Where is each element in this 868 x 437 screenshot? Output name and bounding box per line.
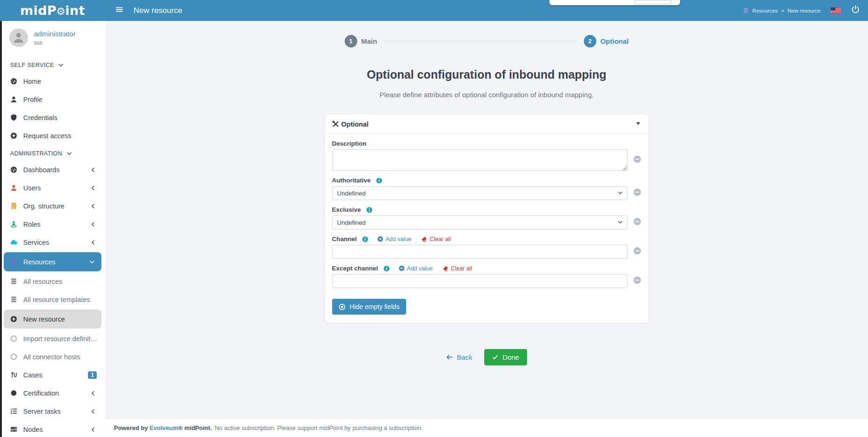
info-icon[interactable] bbox=[376, 177, 382, 184]
done-button[interactable]: Done bbox=[484, 349, 527, 365]
add-value-link[interactable]: Add value bbox=[399, 265, 433, 272]
chevron-left-icon bbox=[90, 390, 96, 396]
page-header-title: New resource bbox=[134, 6, 182, 15]
sidebar-item-all-resources[interactable]: All resources bbox=[0, 272, 105, 290]
sidebar-item-credentials[interactable]: Credentials bbox=[0, 108, 105, 127]
user-name-link[interactable]: administrator bbox=[34, 30, 76, 38]
sidebar-item-import-resource-definit[interactable]: Import resource definit… bbox=[0, 329, 105, 348]
sidebar-item-cases[interactable]: Cases1 bbox=[0, 366, 105, 384]
avatar bbox=[9, 28, 28, 47]
sidebar-item-dashboards[interactable]: Dashboards bbox=[0, 161, 105, 179]
sidebar: administrator sss SELF SERVICEHomeProfil… bbox=[0, 21, 105, 437]
card-header: Optional bbox=[325, 114, 648, 134]
clear-all-link[interactable]: Clear all bbox=[442, 265, 472, 272]
sidebar-item-new-resource[interactable]: New resource bbox=[4, 309, 101, 329]
eraser-icon bbox=[421, 236, 427, 242]
add-value-link[interactable]: Add value bbox=[377, 236, 412, 242]
channel-input[interactable] bbox=[332, 245, 628, 259]
hide-empty-fields-button[interactable]: Hide empty fields bbox=[332, 299, 406, 315]
back-button[interactable]: Back bbox=[446, 353, 472, 361]
step-label: Main bbox=[361, 37, 377, 45]
field-authoritative: Authoritative Undefined bbox=[332, 177, 641, 200]
sidebar-item-label: Cases bbox=[23, 371, 82, 379]
breadcrumb-separator: > bbox=[781, 8, 784, 13]
sidebar-item-org-structure[interactable]: Org. structure bbox=[0, 197, 105, 215]
sidebar-item-label: Certification bbox=[23, 390, 84, 397]
clear-all-link[interactable]: Clear all bbox=[421, 236, 451, 242]
sidebar-item-label: New resource bbox=[23, 316, 96, 323]
language-flag-us-icon[interactable] bbox=[831, 7, 841, 13]
remove-value-icon[interactable] bbox=[633, 217, 641, 228]
user-panel: administrator sss bbox=[0, 21, 105, 54]
wizard-step-main[interactable]: 1 Main bbox=[345, 35, 377, 47]
sidebar-item-label: Request access bbox=[23, 132, 97, 140]
breadcrumb-new-resource[interactable]: New resource bbox=[788, 8, 821, 13]
wizard-step-optional[interactable]: 2 Optional bbox=[584, 35, 629, 47]
sidebar-item-all-connector-hosts[interactable]: All connector hosts bbox=[0, 348, 105, 366]
chevron-left-icon bbox=[90, 185, 96, 191]
step-label: Optional bbox=[601, 37, 629, 45]
midpoint-logo[interactable]: midP⚙int bbox=[0, 0, 105, 21]
shuffle-icon bbox=[10, 371, 17, 378]
step-number: 1 bbox=[345, 35, 357, 47]
footer: Powered by Evolveum® midPoint. No active… bbox=[105, 418, 868, 437]
except-channel-input[interactable] bbox=[332, 274, 628, 288]
shield-icon bbox=[10, 114, 17, 121]
breadcrumb-resources[interactable]: Resources bbox=[752, 8, 778, 13]
sidebar-item-label: Roles bbox=[23, 221, 84, 228]
sidebar-item-profile[interactable]: Profile bbox=[0, 90, 105, 108]
except-channel-label: Except channel bbox=[332, 265, 378, 272]
section-header-self-service[interactable]: SELF SERVICE bbox=[0, 56, 105, 72]
search-popup-button[interactable] bbox=[634, 0, 672, 4]
sidebar-item-resources[interactable]: Resources bbox=[4, 252, 101, 271]
collapse-caret-icon[interactable] bbox=[635, 120, 641, 128]
remove-value-icon[interactable] bbox=[633, 155, 641, 166]
hamburger-menu-icon[interactable] bbox=[115, 6, 123, 16]
sidebar-item-all-resource-templates[interactable]: All resource templates bbox=[0, 290, 105, 309]
chevron-left-icon bbox=[90, 167, 96, 173]
sidebar-item-request-access[interactable]: Request access bbox=[0, 127, 105, 145]
sidebar-item-server-tasks[interactable]: Server tasks bbox=[0, 402, 105, 420]
evolveum-link[interactable]: Evolveum bbox=[150, 424, 178, 431]
sidebar-item-label: Dashboards bbox=[23, 166, 84, 174]
building-icon bbox=[10, 202, 17, 209]
tasks-icon bbox=[10, 408, 17, 415]
exclusive-select[interactable]: Undefined bbox=[332, 215, 628, 229]
sidebar-item-roles[interactable]: Roles bbox=[0, 215, 105, 233]
sidebar-item-label: All resources bbox=[23, 278, 97, 285]
authoritative-select[interactable]: Undefined bbox=[332, 186, 628, 200]
circle-o-icon bbox=[10, 353, 17, 360]
chevron-left-icon bbox=[90, 240, 96, 245]
info-icon[interactable] bbox=[362, 236, 368, 242]
sidebar-item-services[interactable]: Services bbox=[0, 233, 105, 251]
user-icon bbox=[10, 96, 17, 103]
chevron-left-icon bbox=[90, 427, 96, 432]
page-title: Optional configuration of inbound mappin… bbox=[325, 68, 648, 81]
circle-o-icon bbox=[10, 335, 17, 342]
sidebar-item-label: Org. structure bbox=[23, 202, 84, 210]
step-number: 2 bbox=[584, 35, 596, 47]
sidebar-item-certification[interactable]: Certification bbox=[0, 384, 105, 402]
sidebar-item-label: All resource templates bbox=[23, 296, 97, 303]
sidebar-item-home[interactable]: Home bbox=[0, 72, 105, 90]
authoritative-label: Authoritative bbox=[332, 177, 371, 184]
remove-value-icon[interactable] bbox=[633, 247, 641, 257]
info-icon[interactable] bbox=[383, 265, 390, 272]
sidebar-item-label: Profile bbox=[23, 96, 97, 103]
main-content: 1 Main 2 Optional Optional configuration… bbox=[105, 21, 868, 418]
sidebar-item-label: Import resource definit… bbox=[23, 335, 97, 343]
street-view-icon bbox=[10, 221, 17, 228]
section-header-administration[interactable]: ADMINISTRATION bbox=[0, 145, 105, 161]
database-icon bbox=[10, 278, 17, 285]
tachometer-icon bbox=[10, 166, 17, 173]
sidebar-item-nodes[interactable]: Nodes bbox=[0, 420, 105, 437]
description-textarea[interactable] bbox=[332, 149, 628, 171]
remove-value-icon[interactable] bbox=[633, 276, 641, 287]
logout-power-icon[interactable] bbox=[851, 5, 860, 16]
info-icon[interactable] bbox=[366, 207, 373, 213]
certificate-icon bbox=[10, 390, 17, 397]
plus-circle-icon bbox=[10, 316, 17, 323]
sidebar-item-users[interactable]: Users bbox=[0, 179, 105, 197]
remove-value-icon[interactable] bbox=[633, 188, 641, 199]
channel-label: Channel bbox=[332, 235, 357, 242]
